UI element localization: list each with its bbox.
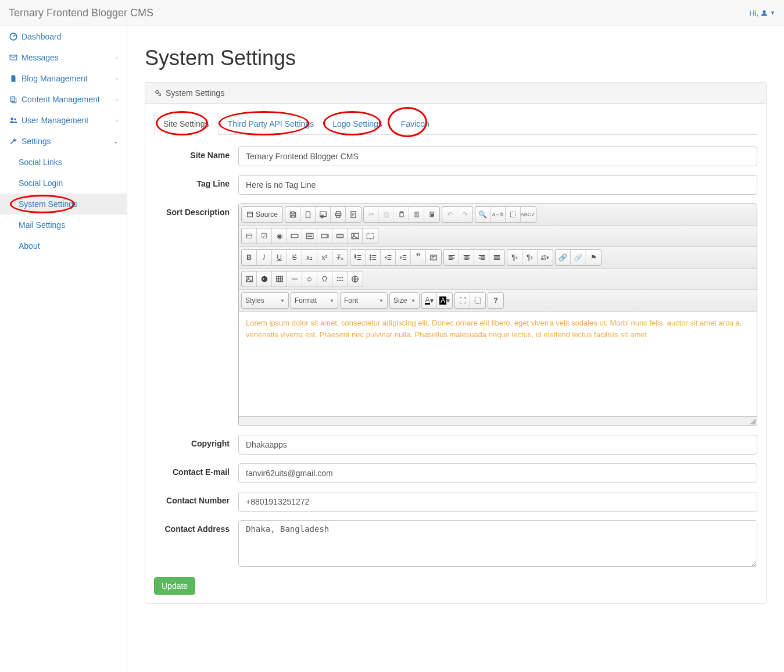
textarea-icon[interactable] [302,228,317,244]
svg-text:W: W [431,213,434,217]
textcolor-icon[interactable]: A▾ [422,293,437,308]
underline-icon[interactable]: U [272,250,287,265]
size-select[interactable]: Size▼ [390,293,419,308]
unlink-icon[interactable]: 🔗̸ [571,250,586,265]
sidebar-item-label: Dashboard [22,32,62,41]
find-icon[interactable]: 🔍 [475,207,491,222]
sidebar-sub-label: Social Login [19,178,63,188]
styles-select[interactable]: Styles▼ [242,293,288,308]
save-icon[interactable] [285,207,300,222]
brand-title[interactable]: Ternary Frontend Blogger CMS [9,7,153,19]
svg-rect-3 [10,96,15,101]
hidden-field-icon[interactable] [363,228,378,244]
about-icon[interactable]: ? [488,293,503,308]
strike-icon[interactable]: S [287,250,302,265]
sidebar-sub-social-links[interactable]: Social Links [0,152,127,173]
user-menu[interactable]: Hi, ▼ [749,9,775,17]
label-contact-number: Contact Number [154,492,238,512]
paste-text-icon[interactable] [409,207,424,222]
div-icon[interactable] [426,250,441,265]
maximize-icon[interactable]: ⛶ [455,293,470,308]
main-content: System Settings System Settings Site Set… [127,26,784,672]
indent-icon[interactable] [396,250,411,265]
tab-logo-settings[interactable]: Logo Settings [323,113,392,135]
contact-address-textarea[interactable] [238,520,757,567]
specialchar-icon[interactable]: Ω [317,271,332,287]
update-button[interactable]: Update [154,577,195,595]
cut-icon[interactable]: ✂ [364,207,379,222]
sidebar-item-content[interactable]: Content Management ‹ [0,89,127,110]
sidebar-sub-social-login[interactable]: Social Login [0,173,127,194]
site-name-input[interactable] [238,146,757,166]
iframe-icon[interactable] [348,271,363,287]
italic-icon[interactable]: I [257,250,272,265]
tag-line-input[interactable] [238,175,757,195]
outdent-icon[interactable] [381,250,396,265]
sidebar-sub-about[interactable]: About [0,235,127,256]
newpage-icon[interactable] [300,207,316,222]
editor-content[interactable]: Lorem ipsum dolor sit amet, consectetur … [239,312,757,416]
align-left-icon[interactable] [444,250,459,265]
tab-third-party-api[interactable]: Third Party API Settings [219,113,324,135]
radio-icon[interactable]: ◉ [272,228,287,244]
ltr-icon[interactable]: ¶‹ [507,250,522,265]
print-icon[interactable] [331,207,346,222]
sidebar-item-messages[interactable]: Messages ‹ [0,47,127,68]
copy-icon[interactable] [379,207,394,222]
language-icon[interactable]: 話▾ [538,250,553,265]
font-select[interactable]: Font▼ [341,293,387,308]
tab-favicon[interactable]: Favicon [392,113,439,135]
bold-icon[interactable]: B [242,250,257,265]
checkbox-icon[interactable]: ☑ [257,228,272,244]
pagebreak-icon[interactable] [332,271,348,287]
templates-icon[interactable] [346,207,361,222]
justify-icon[interactable] [489,250,504,265]
format-select[interactable]: Format▼ [291,293,338,308]
superscript-icon[interactable]: x² [317,250,332,265]
svg-point-8 [159,94,161,96]
paste-word-icon[interactable]: W [424,207,439,222]
sidebar-item-settings[interactable]: Settings ⌄ [0,131,127,152]
paste-icon[interactable] [394,207,409,222]
bullet-list-icon[interactable] [366,250,381,265]
link-icon[interactable]: 🔗 [556,250,571,265]
source-button[interactable]: Source [242,207,282,222]
subscript-icon[interactable]: x₂ [302,250,317,265]
rtl-icon[interactable]: ¶› [522,250,538,265]
spellcheck-icon[interactable]: ABC✓ [521,207,536,222]
numbered-list-icon[interactable]: 12 [350,250,366,265]
selectall-icon[interactable] [506,207,521,222]
form-icon[interactable] [242,228,257,244]
sidebar-sub-system-settings[interactable]: System Settings [0,194,127,215]
showblocks-icon[interactable] [470,293,485,308]
textfield-icon[interactable] [287,228,302,244]
editor-resize[interactable] [239,416,757,426]
panel-title: System Settings [166,88,224,98]
align-right-icon[interactable] [474,250,489,265]
select-icon[interactable] [317,228,332,244]
remove-format-icon[interactable]: Tₓ [332,250,348,265]
contact-number-input[interactable] [238,492,757,512]
anchor-icon[interactable]: ⚑ [586,250,601,265]
imagebutton-icon[interactable] [348,228,363,244]
tab-site-settings[interactable]: Site Settings [154,113,219,135]
flash-icon[interactable]: f [257,271,272,287]
hr-icon[interactable] [287,271,302,287]
sidebar-sub-mail-settings[interactable]: Mail Settings [0,215,127,235]
sidebar-item-blog[interactable]: Blog Management ‹ [0,68,127,89]
bgcolor-icon[interactable]: A▾ [437,293,452,308]
contact-email-input[interactable] [238,463,757,483]
align-center-icon[interactable] [459,250,474,265]
copyright-input[interactable] [238,435,757,455]
sidebar-item-users[interactable]: User Management ‹ [0,110,127,131]
image-icon[interactable] [242,271,257,287]
button-icon[interactable] [332,228,348,244]
blockquote-icon[interactable]: ” [411,250,426,265]
undo-icon[interactable]: ↶ [442,207,457,222]
sidebar-item-dashboard[interactable]: Dashboard [0,26,127,47]
smiley-icon[interactable]: ☺ [302,271,317,287]
redo-icon[interactable]: ↷ [457,207,472,222]
preview-icon[interactable] [316,207,331,222]
table-icon[interactable] [272,271,287,287]
replace-icon[interactable]: a↔b [491,207,506,222]
